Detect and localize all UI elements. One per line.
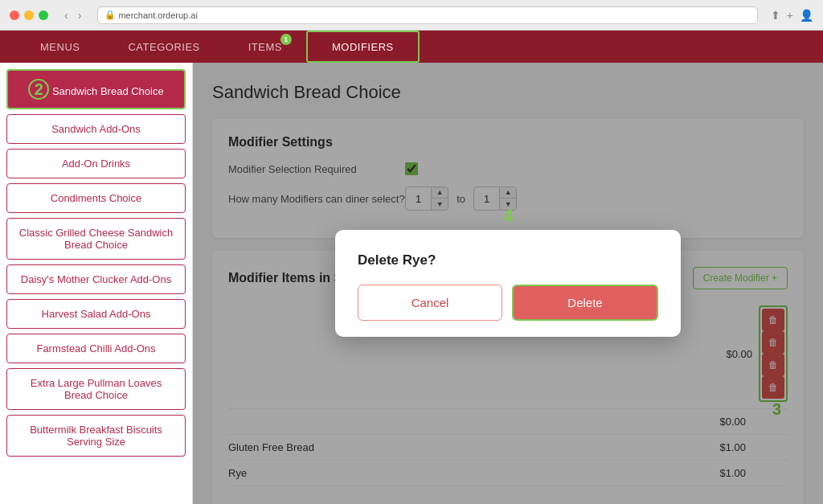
sidebar-item-sandwich-bread[interactable]: 2 Sandwich Bread Choice: [6, 69, 186, 109]
sidebar-item-harvest[interactable]: Harvest Salad Add-Ons: [6, 299, 186, 329]
annotation-4: 4: [503, 206, 513, 227]
sidebar: 2 Sandwich Bread Choice Sandwich Add-Ons…: [0, 63, 193, 504]
sidebar-item-condiments[interactable]: Condiments Choice: [6, 183, 186, 213]
new-tab-icon: +: [787, 9, 793, 22]
app-header: MENUS CATEGORIES ITEMS 1 MODIFIERS: [0, 31, 823, 63]
tab-categories[interactable]: CATEGORIES: [104, 31, 223, 63]
sidebar-item-classic-grilled[interactable]: Classic Grilled Cheese Sandwich Bread Ch…: [6, 218, 186, 260]
app-body: 2 Sandwich Bread Choice Sandwich Add-Ons…: [0, 63, 823, 504]
close-traffic-light[interactable]: [10, 10, 19, 20]
browser-chrome: ‹ › 🔒 merchant.orderup.ai ⬆ + 👤: [0, 0, 823, 31]
maximize-traffic-light[interactable]: [39, 10, 48, 20]
sidebar-item-daisys[interactable]: Daisy's Mother Clucker Add-Ons: [6, 264, 186, 294]
traffic-lights: [10, 10, 48, 20]
browser-actions: ⬆ + 👤: [771, 9, 813, 22]
sidebar-item-farmstead[interactable]: Farmstead Chilli Add-Ons: [6, 334, 186, 363]
sidebar-item-buttermilk[interactable]: Buttermilk Breakfast Biscuits Serving Si…: [6, 415, 186, 457]
tab-items[interactable]: ITEMS 1: [224, 31, 306, 63]
user-icon[interactable]: 👤: [800, 9, 813, 22]
delete-confirm-button[interactable]: Delete: [512, 285, 658, 321]
modal-title: Delete Rye?: [358, 252, 658, 268]
sidebar-item-addon-drinks[interactable]: Add-On Drinks: [6, 149, 186, 178]
browser-nav: ‹ ›: [61, 7, 84, 23]
share-icon: ⬆: [771, 9, 780, 22]
tab-modifiers[interactable]: MODIFIERS: [306, 31, 420, 63]
cancel-button[interactable]: Cancel: [358, 285, 502, 321]
forward-button[interactable]: ›: [75, 7, 85, 23]
tab-menus[interactable]: MENUS: [16, 31, 104, 63]
address-bar[interactable]: 🔒 merchant.orderup.ai: [97, 6, 757, 24]
delete-modal-overlay: 4 Delete Rye? Cancel Delete: [193, 63, 823, 504]
sidebar-badge-2: 2: [28, 79, 49, 100]
back-button[interactable]: ‹: [61, 7, 72, 23]
modal-buttons: Cancel Delete: [358, 285, 658, 321]
minimize-traffic-light[interactable]: [24, 10, 34, 20]
lock-icon: 🔒: [104, 10, 116, 20]
url-text: merchant.orderup.ai: [118, 10, 197, 20]
sidebar-item-pullman[interactable]: Extra Large Pullman Loaves Bread Choice: [6, 368, 186, 410]
delete-modal: 4 Delete Rye? Cancel Delete: [335, 230, 681, 337]
sidebar-item-sandwich-addons[interactable]: Sandwich Add-Ons: [6, 114, 186, 144]
main-content: Sandwich Bread Choice Modifier Settings …: [193, 63, 823, 504]
items-badge: 1: [280, 34, 292, 45]
